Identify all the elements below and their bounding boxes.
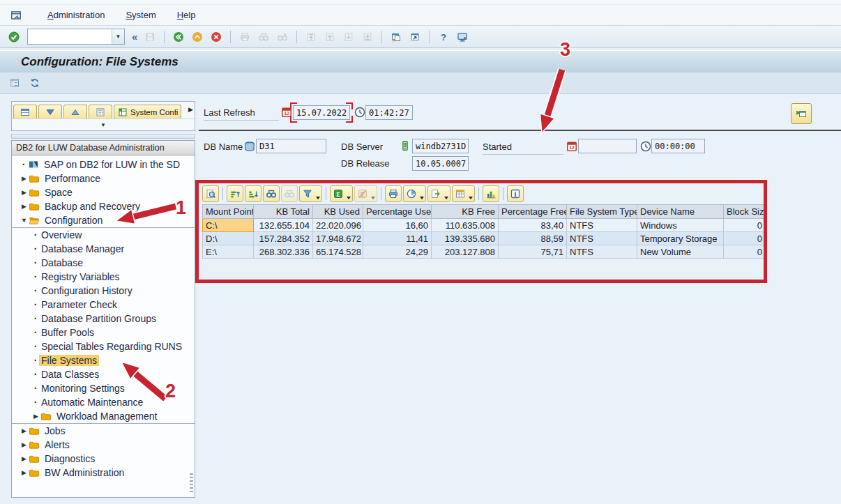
- tree-item-alerts[interactable]: ▶Alerts: [12, 438, 195, 452]
- clock-icon[interactable]: [354, 106, 366, 119]
- clock-icon[interactable]: [639, 140, 652, 153]
- tree-scrollbar[interactable]: [190, 473, 193, 493]
- customize-local-layout-button[interactable]: [454, 29, 471, 45]
- cell-block-size[interactable]: 0: [724, 232, 766, 245]
- calendar-icon[interactable]: 12: [566, 140, 578, 153]
- tree-item-special-tables-regarding-runs[interactable]: ·Special Tables Regarding RUNS: [12, 339, 195, 353]
- calendar-icon[interactable]: 12: [280, 106, 293, 119]
- back-button[interactable]: [170, 29, 187, 45]
- print-button[interactable]: [385, 185, 402, 202]
- cell-kb-free[interactable]: 139.335.680: [432, 232, 499, 245]
- find-button[interactable]: [263, 185, 280, 202]
- cell-mount-point[interactable]: C:\: [203, 219, 254, 232]
- tab-sort-up[interactable]: [63, 105, 87, 119]
- tree-item-sap-on-db2-for-luw-in-the-sd[interactable]: ·SAP on DB2 for LUW in the SD: [12, 158, 195, 171]
- menu-help[interactable]: Help: [177, 10, 196, 20]
- tab-system-config[interactable]: System Confi: [114, 105, 181, 119]
- last-refresh-date-field[interactable]: 15.07.2022: [293, 105, 350, 120]
- tree-item-monitoring-settings[interactable]: ·Monitoring Settings: [12, 381, 195, 395]
- new-session-button[interactable]: [388, 29, 404, 45]
- chevron-right-icon[interactable]: ▶: [20, 175, 28, 182]
- views-button[interactable]: [403, 185, 426, 202]
- cell-mount-point[interactable]: D:\: [203, 232, 254, 245]
- tree-item-performance[interactable]: ▶Performance: [12, 171, 195, 185]
- cell-file-system-type[interactable]: NTFS: [567, 245, 637, 259]
- tabstrip-collapse-icon[interactable]: ▼: [12, 119, 195, 130]
- column-header-file-system-type[interactable]: File System Type: [567, 205, 637, 219]
- dropdown-caret-icon[interactable]: [316, 197, 320, 199]
- command-field[interactable]: ▼: [27, 29, 125, 45]
- cell-file-system-type[interactable]: NTFS: [567, 219, 637, 232]
- chevron-down-icon[interactable]: ▼: [20, 217, 28, 224]
- tab-scroll-right-icon[interactable]: ▶: [188, 106, 193, 113]
- exit-button[interactable]: [189, 29, 206, 45]
- tree-item-buffer-pools[interactable]: ·Buffer Pools: [12, 326, 195, 339]
- command-input[interactable]: [28, 29, 112, 44]
- filter-button[interactable]: [299, 185, 322, 202]
- tree-item-file-systems[interactable]: ·File Systems: [12, 353, 195, 367]
- sort-descending-button[interactable]: [245, 185, 262, 202]
- column-header-percentage-used[interactable]: Percentage Used: [363, 205, 432, 219]
- cell-kb-used[interactable]: 65.174.528: [313, 245, 363, 259]
- dropdown-caret-icon[interactable]: [444, 197, 448, 199]
- tree-item-backup-and-recovery[interactable]: ▶Backup and Recovery: [12, 199, 195, 213]
- command-dropdown-icon[interactable]: ▼: [112, 29, 124, 44]
- tree-item-overview[interactable]: ·Overview: [12, 228, 195, 242]
- last-refresh-time-field[interactable]: 01:42:27: [365, 105, 413, 120]
- column-header-kb-used[interactable]: KB Used: [313, 205, 363, 219]
- tree-item-workload-management[interactable]: ▶Workload Management: [12, 409, 195, 424]
- create-shortcut-button[interactable]: [407, 29, 423, 45]
- total-button[interactable]: Σ: [330, 185, 353, 202]
- cell-percentage-used[interactable]: 24,29: [363, 245, 432, 259]
- cell-kb-used[interactable]: 22.020.096: [313, 219, 363, 232]
- refresh-button[interactable]: [26, 75, 43, 91]
- column-header-block-size[interactable]: Block Size: [724, 205, 766, 219]
- tree-item-space[interactable]: ▶Space: [12, 185, 195, 199]
- tab-overview[interactable]: [13, 105, 37, 119]
- db-server-field[interactable]: windb2731D..: [412, 139, 469, 153]
- started-time-field[interactable]: 00:00:00: [651, 139, 705, 153]
- cell-kb-total[interactable]: 268.302.336: [254, 245, 313, 259]
- cancel-button[interactable]: [208, 29, 225, 45]
- collapse-toolbar-button[interactable]: «: [132, 31, 137, 43]
- cell-kb-total[interactable]: 132.655.104: [254, 219, 313, 232]
- cell-kb-free[interactable]: 110.635.008: [432, 219, 499, 232]
- control-menu-icon[interactable]: [10, 9, 22, 22]
- cell-percentage-used[interactable]: 16,60: [363, 219, 432, 232]
- cell-percentage-free[interactable]: 75,71: [499, 245, 567, 259]
- cell-device-name[interactable]: Temporary Storage: [637, 232, 724, 245]
- details-button[interactable]: [202, 185, 219, 202]
- cell-percentage-free[interactable]: 88,59: [499, 232, 567, 245]
- cell-kb-total[interactable]: 157.284.352: [254, 232, 313, 245]
- export-button[interactable]: [427, 185, 450, 202]
- tree-item-automatic-maintenance[interactable]: ·Automatic Maintenance: [12, 395, 195, 409]
- cell-file-system-type[interactable]: NTFS: [567, 232, 637, 245]
- menu-administration[interactable]: Administration: [47, 10, 105, 20]
- tree-item-registry-variables[interactable]: ·Registry Variables: [12, 270, 195, 284]
- cell-percentage-used[interactable]: 11,41: [363, 232, 432, 245]
- cell-block-size[interactable]: 0: [724, 219, 766, 232]
- sidebar-splitter[interactable]: [11, 134, 195, 139]
- tab-calc[interactable]: [89, 105, 112, 119]
- chevron-right-icon[interactable]: ▶: [20, 441, 28, 448]
- chevron-right-icon[interactable]: ▶: [20, 455, 28, 462]
- cell-percentage-free[interactable]: 83,40: [499, 219, 567, 232]
- cell-block-size[interactable]: 0: [724, 245, 766, 259]
- chevron-right-icon[interactable]: ▶: [20, 427, 28, 434]
- db-name-field[interactable]: D31: [256, 139, 326, 153]
- tree-item-configuration-history[interactable]: ·Configuration History: [12, 284, 195, 298]
- legend-button[interactable]: [6, 75, 23, 91]
- open-new-window-button[interactable]: [791, 103, 812, 124]
- chevron-right-icon[interactable]: ▶: [20, 469, 28, 476]
- dropdown-caret-icon[interactable]: [371, 197, 375, 199]
- column-header-device-name[interactable]: Device Name: [637, 205, 724, 219]
- cell-kb-free[interactable]: 203.127.808: [432, 245, 499, 259]
- chevron-right-icon[interactable]: ▶: [32, 413, 40, 420]
- cell-mount-point[interactable]: E:\: [203, 245, 254, 259]
- chevron-right-icon[interactable]: ▶: [20, 203, 28, 210]
- cell-device-name[interactable]: New Volume: [637, 245, 724, 259]
- column-header-percentage-free[interactable]: Percentage Free: [499, 205, 567, 219]
- tree-item-bw-administration[interactable]: ▶BW Administration: [12, 466, 195, 480]
- column-header-kb-total[interactable]: KB Total: [254, 205, 313, 219]
- column-header-mount-point[interactable]: Mount Point▲: [203, 205, 254, 219]
